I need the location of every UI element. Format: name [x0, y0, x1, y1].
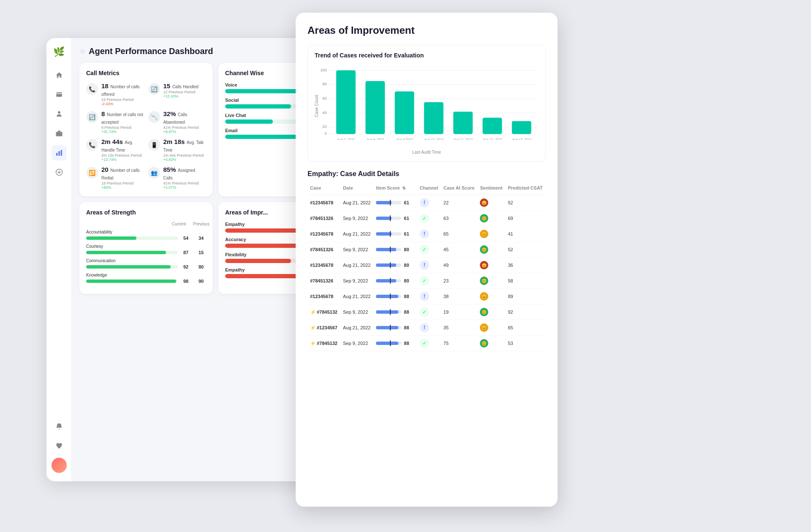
cell-csat: 65: [505, 320, 546, 336]
sentiment-badge: 😐: [480, 323, 488, 332]
strength-communication: Communication 92 80: [86, 258, 206, 269]
sidebar-item-heart[interactable]: [52, 438, 67, 453]
cell-channel: ✓: [417, 304, 441, 320]
star-icon[interactable]: ☆: [79, 47, 85, 55]
score-bar-container: 80: [376, 263, 414, 268]
case-id-text: #12345678: [310, 294, 333, 299]
audit-section: Empathy: Case Audit Details Case Date It…: [308, 170, 546, 351]
cell-ai-score: 38: [441, 289, 478, 304]
redial-value: 20: [101, 166, 109, 173]
table-row: #12345678Aug 21, 2022 80 f49😠36: [308, 258, 546, 273]
calls-handled-prev: 12 Previous Period +12.43%: [163, 90, 206, 98]
sidebar-item-home[interactable]: [52, 68, 67, 83]
case-id-text: #12345678: [310, 231, 333, 236]
sidebar-item-briefcase[interactable]: [52, 126, 67, 141]
svg-rect-2: [56, 132, 62, 136]
not-accepted-change: +31.74%: [101, 130, 117, 134]
facebook-icon: f: [420, 261, 429, 270]
strength-knowledge-prev: 90: [196, 279, 206, 284]
score-bar-bg: [376, 326, 401, 329]
score-bar-fill: [376, 248, 396, 251]
sidebar-item-add[interactable]: [52, 165, 67, 180]
metric-handle-time: 📞 2m 44s Avg. Handle Time 2m 13s Previou…: [86, 138, 144, 162]
cell-item-score: 88: [373, 336, 417, 351]
svg-text:40: 40: [322, 111, 327, 115]
score-bar-container: 61: [376, 216, 414, 221]
svg-rect-25: [424, 102, 444, 134]
cell-sentiment: 😊: [477, 211, 505, 226]
audit-title: Empathy: Case Audit Details: [308, 170, 546, 178]
strength-courtesy-bar-bg: [86, 251, 178, 254]
cell-sentiment: 😠: [477, 258, 505, 273]
score-bar-bg: [376, 217, 401, 220]
lightning-icon: ⚡: [310, 341, 316, 346]
calls-handled-icon: 🔄: [148, 83, 160, 95]
strength-communication-bar-bg: [86, 265, 178, 269]
score-number: 80: [404, 278, 409, 283]
user-avatar[interactable]: [52, 458, 67, 473]
abandoned-prev: 41% Previous Period +8.87%: [163, 125, 206, 134]
chart-y-label: Case Count: [314, 95, 319, 117]
cell-ai-score: 22: [441, 195, 478, 211]
col-csat: Predicted CSAT: [505, 183, 546, 195]
facebook-icon: f: [420, 292, 429, 301]
cell-csat: 58: [505, 273, 546, 289]
cell-date: Sep 9, 2022: [340, 242, 373, 258]
strength-knowledge-bar: [86, 280, 176, 283]
not-accepted-value: 8: [101, 110, 105, 117]
cell-date: Aug 21, 2022: [340, 226, 373, 242]
whatsapp-icon: ✓: [420, 214, 429, 223]
cell-channel: f: [417, 226, 441, 242]
svg-text:20: 20: [322, 125, 327, 129]
strength-accountability-bar-row: 54 34: [86, 236, 206, 241]
score-bar-fill: [376, 201, 392, 204]
score-bar-container: 61: [376, 231, 414, 236]
strength-accountability-current: 54: [181, 236, 191, 241]
sidebar-item-chart[interactable]: [52, 145, 67, 160]
metric-abandoned: 📉 32% Calls Abandoned 41% Previous Perio…: [148, 110, 206, 134]
col-channel: Channel: [417, 183, 441, 195]
cell-date: Sep 9, 2022: [340, 273, 373, 289]
cell-sentiment: 😊: [477, 242, 505, 258]
areas-strength-title: Areas of Strength: [86, 209, 206, 216]
metrics-grid: 📞 18 Number of calls offered 19 Previous…: [86, 82, 206, 190]
cell-sentiment: 😐: [477, 226, 505, 242]
case-id-text: #78451326: [310, 278, 333, 283]
table-row: #78451326Sep 9, 2022 61 ✓63😊69: [308, 211, 546, 226]
sidebar-item-ticket[interactable]: [52, 87, 67, 102]
sentiment-badge: 😊: [480, 277, 488, 285]
case-id-text: #12345678: [310, 263, 333, 268]
areas-strength-panel: Areas of Strength Current Previous Accou…: [79, 202, 212, 294]
score-bar-bg: [376, 201, 401, 204]
whatsapp-icon: ✓: [420, 339, 429, 348]
calls-offered-icon: 📞: [86, 83, 98, 95]
table-row: #12345678Aug 21, 2022 88 f38😐89: [308, 289, 546, 304]
audit-table: Case Date Item Score ⇅ Channel Case AI S…: [308, 183, 546, 351]
table-row: #12345678Aug 21, 2022 61 f22😠52: [308, 195, 546, 211]
cell-csat: 69: [505, 211, 546, 226]
cell-channel: f: [417, 195, 441, 211]
cell-ai-score: 75: [441, 336, 478, 351]
sidebar-item-bell[interactable]: [52, 419, 67, 434]
redial-icon: 🔁: [86, 167, 98, 179]
cell-case-id: ⚡#7845132: [308, 336, 340, 351]
score-bar-container: 88: [376, 325, 414, 330]
svg-text:Aug 11, 2022: Aug 11, 2022: [454, 138, 473, 140]
score-bar-fill: [376, 232, 392, 236]
score-number: 80: [404, 263, 409, 268]
cell-csat: 53: [505, 336, 546, 351]
score-bar-bg: [376, 248, 401, 251]
cell-csat: 52: [505, 242, 546, 258]
svg-rect-23: [395, 92, 414, 134]
strength-courtesy-name: Courtesy: [86, 244, 206, 249]
score-bar-bg: [376, 310, 401, 314]
svg-rect-3: [56, 153, 57, 156]
case-id-text: #7845132: [317, 309, 337, 315]
sidebar-item-person[interactable]: [52, 106, 67, 122]
sentiment-badge: 😐: [480, 230, 488, 238]
col-item-score[interactable]: Item Score ⇅: [373, 183, 417, 195]
strength-courtesy-bar-row: 87 15: [86, 250, 206, 255]
cell-date: Sep 9, 2022: [340, 336, 373, 351]
trend-section: Trend of Cases received for Evaluation C…: [308, 45, 546, 162]
svg-text:Aug 8, 2022: Aug 8, 2022: [367, 138, 384, 140]
